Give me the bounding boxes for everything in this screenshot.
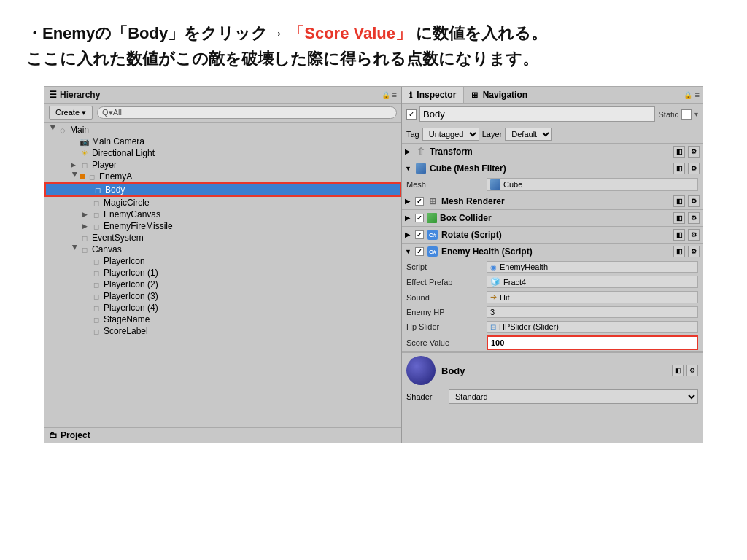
object-name-row: ✓ Static ▾ <box>402 104 703 125</box>
hpslider-icon: ⊟ <box>490 323 496 331</box>
mesh-filter-actions: ◧ ⚙ <box>673 163 700 174</box>
tree-item-canvas[interactable]: ▶ ◻ Canvas <box>44 244 401 255</box>
label-main: Main <box>70 125 89 135</box>
transform-btn2[interactable]: ⚙ <box>688 146 700 158</box>
tab-inspector[interactable]: ℹ Inspector <box>402 87 464 103</box>
create-button[interactable]: Create ▾ <box>49 106 93 120</box>
tree-item-magic-circle[interactable]: ◻ MagicCircle <box>44 197 401 209</box>
tree-item-player-icon-1[interactable]: ◻ PlayerIcon (1) <box>44 267 401 279</box>
hierarchy-search[interactable]: Q▾All <box>97 106 397 119</box>
active-checkbox[interactable]: ✓ <box>406 109 417 120</box>
tree-item-score-label[interactable]: ◻ ScoreLabel <box>44 325 401 337</box>
header-line1: ・Enemyの「Body」をクリック→ 「Score Value」 に数値を入れ… <box>26 20 721 46</box>
static-dropdown-icon[interactable]: ▾ <box>694 110 698 118</box>
body-label: Body <box>441 365 465 376</box>
arrow-main: ▶ <box>50 125 57 134</box>
box-collider-checkbox[interactable]: ✓ <box>415 214 424 222</box>
mesh-filter-btn2[interactable]: ⚙ <box>688 163 700 174</box>
label-player-icon-4: PlayerIcon (4) <box>104 303 158 313</box>
hp-slider-row: Hp Slider ⊟ HPSlider (Slider) <box>402 319 703 334</box>
enemy-health-checkbox[interactable]: ✓ <box>415 247 424 256</box>
hierarchy-header: ☰ Hierarchy 🔒 ≡ <box>44 87 401 104</box>
tree-item-player-icon[interactable]: ◻ PlayerIcon <box>44 255 401 267</box>
mesh-filter-header[interactable]: ▼ Cube (Mesh Filter) ◧ ⚙ <box>402 160 703 176</box>
rotate-script-header[interactable]: ▶ ✓ C# Rotate (Script) ◧ ⚙ <box>402 227 703 243</box>
tree-item-player-icon-2[interactable]: ◻ PlayerIcon (2) <box>44 279 401 290</box>
tree-item-main-camera[interactable]: 📷 Main Camera <box>44 136 401 147</box>
body-btn1[interactable]: ◧ <box>672 365 684 376</box>
mesh-renderer-btn2[interactable]: ⚙ <box>688 195 700 207</box>
enemy-health-btn2[interactable]: ⚙ <box>688 246 700 257</box>
gameobj-icon-enemy-fire: ◻ <box>91 221 101 231</box>
mesh-renderer-checkbox[interactable]: ✓ <box>415 197 424 206</box>
tree-item-enemy-canvas[interactable]: ▶ ◻ EnemyCanvas <box>44 209 401 220</box>
label-canvas: Canvas <box>92 244 122 254</box>
box-collider-arrow: ▶ <box>405 214 412 222</box>
tree-item-dir-light[interactable]: ☀ Directional Light <box>44 147 401 159</box>
header-line2: ここに入れた数値がこの敵を破壊した際に得られる点数になります。 <box>26 46 721 71</box>
tree-item-event-system[interactable]: ◻ EventSystem <box>44 232 401 244</box>
tree-item-player[interactable]: ▶ ◻ Player <box>44 159 401 171</box>
sphere-icon <box>406 356 436 385</box>
tree-item-enemy-a[interactable]: ▶ ◻ EnemyA <box>44 171 401 182</box>
effect-prefab-label: Effect Prefab <box>406 278 487 287</box>
inspector-options-icon[interactable]: ≡ <box>695 90 700 99</box>
tab-navigation[interactable]: ⊞ Navigation <box>464 87 535 103</box>
body-shader-section: Body ◧ ⚙ Shader Standard <box>402 352 703 405</box>
mesh-renderer-btn1[interactable]: ◧ <box>673 195 685 207</box>
camera-icon: 📷 <box>80 136 90 147</box>
box-collider-btn2[interactable]: ⚙ <box>688 212 700 224</box>
header-suffix: に数値を入れる。 <box>411 24 547 42</box>
box-collider-btn1[interactable]: ◧ <box>673 212 685 224</box>
static-checkbox[interactable] <box>681 109 692 120</box>
rotate-script-btn1[interactable]: ◧ <box>673 229 685 241</box>
ui-screenshot: ☰ Hierarchy 🔒 ≡ Create ▾ Q▾All ▶ ◇ Main <box>44 86 703 443</box>
rotate-script-checkbox[interactable]: ✓ <box>415 230 424 239</box>
hierarchy-options-icon[interactable]: ≡ <box>392 90 397 99</box>
box-collider-header[interactable]: ▶ ✓ Box Collider ◧ ⚙ <box>402 210 703 226</box>
box-collider-icon <box>427 213 437 223</box>
tag-select[interactable]: Untagged <box>422 128 479 141</box>
label-player-icon-1: PlayerIcon (1) <box>104 268 158 278</box>
tree-item-stage-name[interactable]: ◻ StageName <box>44 314 401 325</box>
mesh-renderer-arrow: ▶ <box>405 198 412 205</box>
box-collider-actions: ◧ ⚙ <box>673 212 700 224</box>
hierarchy-panel-icons: 🔒 ≡ <box>382 90 397 99</box>
lock-icon-inspector: 🔒 <box>684 91 692 99</box>
project-bar: 🗀 Project <box>44 427 401 443</box>
mesh-renderer-icon: ⊞ <box>427 195 438 207</box>
hierarchy-tree: ▶ ◇ Main 📷 Main Camera ☀ Directional Lig… <box>44 122 401 427</box>
script-row-label: Script <box>406 262 487 271</box>
tree-item-player-icon-3[interactable]: ◻ PlayerIcon (3) <box>44 290 401 302</box>
hierarchy-header-left: ☰ Hierarchy <box>49 90 100 100</box>
hierarchy-panel: ☰ Hierarchy 🔒 ≡ Create ▾ Q▾All ▶ ◇ Main <box>44 87 402 443</box>
tree-item-main[interactable]: ▶ ◇ Main <box>44 124 401 136</box>
shader-select[interactable]: Standard <box>449 389 698 404</box>
mesh-renderer-header[interactable]: ▶ ✓ ⊞ Mesh Renderer ◧ ⚙ <box>402 193 703 209</box>
tree-item-player-icon-4[interactable]: ◻ PlayerIcon (4) <box>44 302 401 314</box>
mesh-renderer-title: Mesh Renderer <box>441 196 670 206</box>
enemy-health-actions: ◧ ⚙ <box>673 246 700 257</box>
tree-item-body[interactable]: ◻ Body <box>44 182 401 197</box>
sound-row-label: Sound <box>406 293 487 302</box>
gameobj-icon-magic: ◻ <box>91 198 101 208</box>
hierarchy-title: Hierarchy <box>60 90 100 100</box>
light-icon: ☀ <box>80 148 90 158</box>
score-value-field[interactable] <box>487 335 698 350</box>
effect-prefab-text: Fract4 <box>503 278 526 287</box>
hp-slider-label: Hp Slider <box>406 322 487 331</box>
rotate-script-btn2[interactable]: ⚙ <box>688 229 700 241</box>
transform-icon: ⇧ <box>415 146 427 158</box>
body-btn2[interactable]: ⚙ <box>686 365 698 376</box>
enemy-hp-row: Enemy HP 3 <box>402 305 703 319</box>
transform-header[interactable]: ▶ ⇧ Transform ◧ ⚙ <box>402 144 703 160</box>
layer-select[interactable]: Default <box>505 128 552 141</box>
enemy-health-btn1[interactable]: ◧ <box>673 246 685 257</box>
rotate-script-arrow: ▶ <box>405 231 412 238</box>
mesh-filter-btn1[interactable]: ◧ <box>673 163 685 174</box>
transform-btn1[interactable]: ◧ <box>673 146 685 158</box>
tree-item-enemy-fire[interactable]: ▶ ◻ EnemyFireMissile <box>44 220 401 232</box>
object-name-field[interactable] <box>419 106 655 122</box>
enemy-health-header[interactable]: ▼ ✓ C# Enemy Health (Script) ◧ ⚙ <box>402 244 703 260</box>
gameobj-icon-enemy-a: ◻ <box>87 171 97 182</box>
